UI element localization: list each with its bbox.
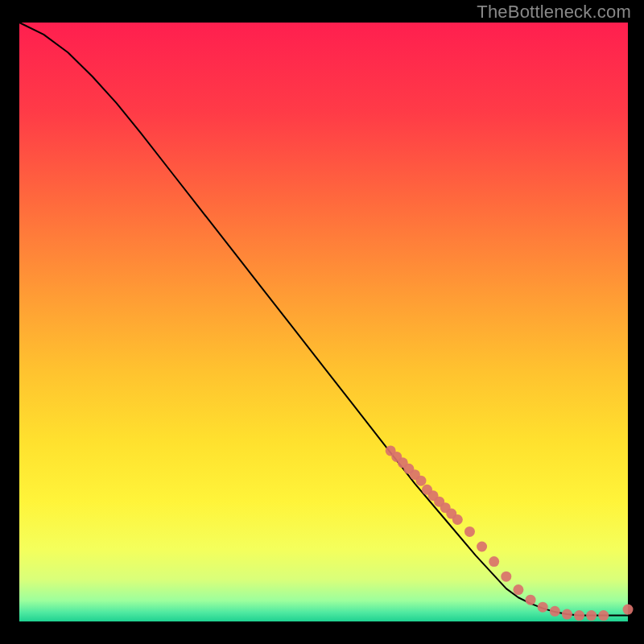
data-point bbox=[415, 476, 426, 486]
data-point bbox=[464, 526, 475, 537]
data-point bbox=[562, 609, 572, 620]
data-point bbox=[501, 572, 511, 582]
data-point bbox=[526, 595, 536, 605]
data-point bbox=[452, 514, 463, 525]
data-point bbox=[574, 610, 584, 621]
chart-svg bbox=[0, 0, 644, 644]
data-point bbox=[623, 605, 634, 615]
data-point bbox=[538, 602, 548, 613]
chart-stage: TheBottleneck.com bbox=[0, 0, 644, 644]
data-point bbox=[586, 610, 597, 621]
data-point bbox=[513, 584, 523, 595]
data-point bbox=[477, 542, 487, 552]
data-point bbox=[489, 556, 499, 567]
chart-plot-bg bbox=[19, 23, 628, 621]
data-point bbox=[550, 606, 560, 617]
data-point bbox=[598, 610, 609, 621]
